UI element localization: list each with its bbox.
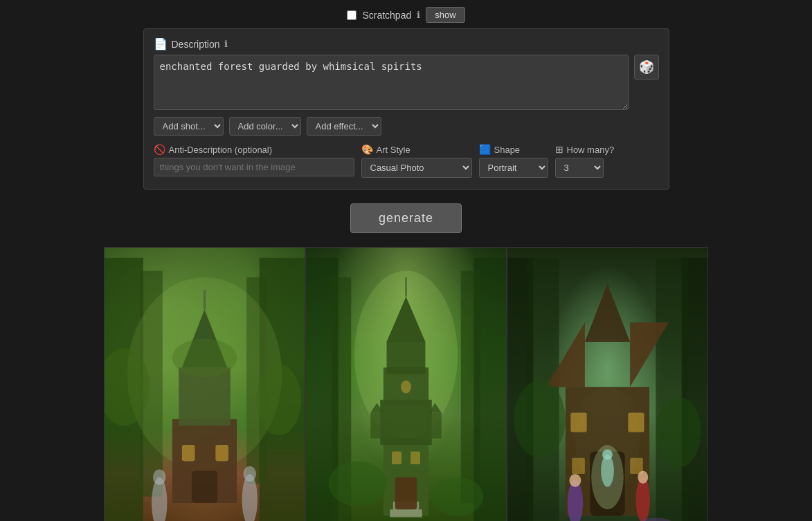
add-effect-select[interactable]: Add effect...: [307, 117, 381, 136]
description-header: 📄 Description ℹ: [154, 37, 659, 51]
svg-point-67: [656, 396, 701, 468]
svg-point-66: [514, 381, 566, 458]
scratchpad-label: Scratchpad: [362, 10, 411, 21]
generated-image-2: [306, 248, 506, 521]
main-panel: 📄 Description ℹ enchanted forest guarded…: [143, 28, 669, 190]
svg-point-15: [243, 466, 256, 482]
generated-image-1: [105, 248, 305, 521]
document-icon: 📄: [154, 37, 168, 51]
art-style-icon: 🎨: [361, 144, 373, 155]
svg-point-62: [636, 477, 651, 521]
svg-point-18: [256, 365, 301, 436]
anti-description-icon: 🚫: [154, 144, 165, 155]
svg-rect-37: [395, 477, 417, 510]
art-style-group: 🎨 Art Style Casual Photo Digital Art Oil…: [361, 144, 472, 178]
svg-rect-23: [461, 271, 480, 503]
emoji-button[interactable]: 🎲: [634, 55, 659, 80]
svg-point-59: [602, 450, 613, 460]
page-wrapper: Scratchpad ℹ show 📄 Description ℹ enchan…: [0, 0, 812, 521]
svg-rect-26: [380, 400, 432, 445]
svg-rect-10: [182, 445, 195, 461]
anti-description-label: 🚫 Anti-Description (optional): [154, 144, 354, 155]
description-info-icon[interactable]: ℹ: [224, 39, 228, 49]
svg-rect-39: [392, 451, 402, 464]
art-style-select[interactable]: Casual Photo Digital Art Oil Painting Wa…: [361, 158, 472, 178]
svg-rect-35: [390, 509, 422, 517]
svg-point-63: [638, 470, 648, 484]
add-dropdowns-row: Add shot... Add color... Add effect...: [154, 117, 659, 136]
svg-point-61: [569, 474, 581, 487]
generate-button[interactable]: generate: [350, 203, 462, 233]
svg-rect-56: [572, 458, 585, 474]
svg-rect-55: [628, 412, 644, 432]
shape-group: 🟦 Shape Portrait Landscape Square: [479, 144, 548, 178]
svg-rect-9: [192, 470, 217, 503]
svg-point-42: [432, 477, 484, 516]
shape-label: 🟦 Shape: [479, 144, 548, 155]
images-row: [0, 247, 812, 521]
generate-row: generate: [0, 203, 812, 233]
image-card-3[interactable]: [507, 247, 708, 521]
description-label: Description: [172, 39, 220, 50]
howmany-group: ⊞ How many? 1 2 3 4: [555, 144, 615, 178]
description-textarea[interactable]: enchanted forest guarded by whimsical sp…: [154, 55, 629, 110]
howmany-select[interactable]: 1 2 3 4: [555, 158, 604, 178]
anti-description-group: 🚫 Anti-Description (optional): [154, 144, 354, 176]
howmany-label: ⊞ How many?: [555, 144, 615, 155]
options-row: 🚫 Anti-Description (optional) 🎨 Art Styl…: [154, 144, 659, 178]
svg-rect-46: [656, 258, 688, 521]
svg-rect-11: [215, 445, 228, 461]
image-card-2[interactable]: [305, 247, 507, 521]
image-card-1[interactable]: [104, 247, 305, 521]
scratchpad-checkbox[interactable]: [347, 10, 357, 20]
svg-rect-40: [410, 451, 420, 464]
top-bar: Scratchpad ℹ show: [0, 0, 812, 28]
svg-marker-50: [585, 284, 630, 342]
svg-rect-31: [370, 412, 384, 438]
add-shot-select[interactable]: Add shot...: [154, 117, 224, 136]
svg-point-41: [329, 461, 387, 506]
svg-point-38: [401, 381, 411, 394]
art-style-label: 🎨 Art Style: [361, 144, 472, 155]
description-row: enchanted forest guarded by whimsical sp…: [154, 55, 659, 110]
svg-rect-33: [428, 412, 442, 438]
info-icon[interactable]: ℹ: [417, 10, 420, 20]
generated-image-3: [507, 248, 707, 521]
svg-point-13: [153, 470, 166, 485]
svg-rect-54: [570, 412, 586, 432]
svg-point-19: [172, 338, 237, 377]
shape-select[interactable]: Portrait Landscape Square: [479, 158, 548, 178]
show-button[interactable]: show: [426, 7, 464, 23]
anti-description-input[interactable]: [154, 158, 354, 176]
add-color-select[interactable]: Add color...: [229, 117, 301, 136]
howmany-icon: ⊞: [555, 144, 563, 155]
shape-icon: 🟦: [479, 144, 491, 155]
svg-rect-28: [387, 342, 426, 374]
